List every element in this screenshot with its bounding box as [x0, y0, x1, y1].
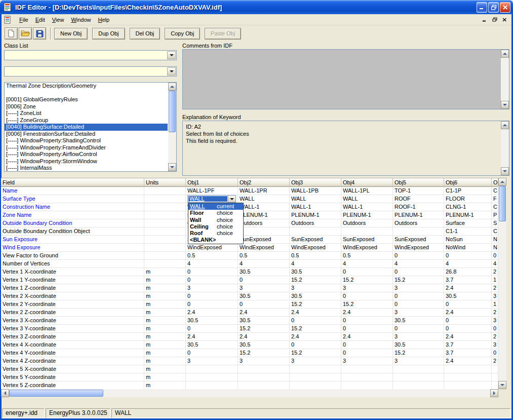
grid-cell[interactable]: N — [492, 244, 498, 252]
mdi-restore-button[interactable] — [490, 16, 499, 24]
grid-cell[interactable]: 3 — [238, 284, 290, 292]
class-list-item[interactable]: [-----] WindowProperty:StormWindow — [5, 158, 168, 165]
grid-cell[interactable]: 1 — [492, 300, 498, 309]
grid-cell[interactable]: 0 — [186, 300, 238, 309]
grid-cell[interactable] — [290, 227, 341, 236]
grid-cell[interactable]: NoWind — [444, 244, 492, 252]
grid-cell[interactable] — [444, 365, 492, 373]
grid-cell[interactable] — [238, 365, 290, 373]
grid-cell[interactable]: 2.4 — [290, 333, 341, 341]
grid-cell[interactable]: PLENUM-1 — [444, 211, 492, 219]
grid-cell[interactable]: 15.2 — [238, 325, 290, 333]
grid-cell[interactable]: 0 — [393, 300, 444, 309]
grid-vertical-scrollbar[interactable] — [498, 178, 506, 389]
grid-cell[interactable] — [290, 381, 341, 389]
class-listbox[interactable]: Thermal Zone Description/Geometry [0001]… — [4, 82, 177, 172]
grid-cell[interactable]: NoSun — [444, 236, 492, 244]
grid-cell[interactable]: 0 — [341, 325, 393, 333]
grid-cell[interactable]: S — [492, 219, 498, 227]
grid-cell[interactable]: 3 — [341, 357, 393, 365]
grid-cell[interactable]: 2 — [492, 284, 498, 292]
grid-cell[interactable] — [393, 381, 444, 389]
grid-cell[interactable]: 3 — [238, 357, 290, 365]
scroll-down-button[interactable] — [168, 163, 176, 171]
scroll-down-button[interactable] — [498, 381, 506, 389]
grid-cell[interactable]: 0 — [186, 349, 238, 357]
grid-cell[interactable]: WindExposed — [186, 244, 238, 252]
grid-cell[interactable]: 30.5 — [186, 317, 238, 325]
grid-cell[interactable]: 0 — [238, 276, 290, 284]
grid-cell[interactable]: 1 — [492, 276, 498, 284]
grid-cell[interactable]: 3 — [290, 284, 341, 292]
grid-cell[interactable]: 0 — [290, 341, 341, 349]
scroll-down-button[interactable] — [501, 167, 509, 175]
grid-cell[interactable]: 0 — [186, 325, 238, 333]
restore-button[interactable] — [488, 2, 499, 13]
grid-cell[interactable]: TOP-1 — [393, 187, 444, 195]
mdi-close-button[interactable] — [500, 16, 509, 24]
grid-cell[interactable]: 15.2 — [290, 276, 341, 284]
grid-cell[interactable]: 2.4 — [444, 333, 492, 341]
grid-cell[interactable]: 2 — [492, 333, 498, 341]
dropdown-item[interactable]: Wallchoice — [188, 217, 243, 223]
grid-column-header[interactable]: Obj3 — [290, 178, 341, 187]
scroll-up-button[interactable] — [168, 83, 176, 91]
grid-cell[interactable]: 3 — [341, 284, 393, 292]
class-filter-combobox-1[interactable] — [4, 50, 177, 60]
grid-cell[interactable]: P — [492, 211, 498, 219]
grid-cell[interactable]: 3.7 — [444, 349, 492, 357]
menu-item-file[interactable]: File — [16, 15, 32, 24]
grid-cell[interactable]: PLENUM-1 — [290, 211, 341, 219]
grid-cell[interactable]: 4 — [238, 260, 290, 268]
grid-cell[interactable] — [238, 373, 290, 381]
grid-column-header[interactable]: Obj2 — [238, 178, 290, 187]
menu-item-help[interactable]: Help — [95, 15, 113, 24]
class-list-item[interactable]: Thermal Zone Description/Geometry — [5, 83, 168, 90]
grid-cell[interactable]: WALL-1PR — [238, 187, 290, 195]
class-list-item[interactable] — [5, 90, 168, 97]
grid-cell[interactable] — [393, 227, 444, 236]
grid-cell[interactable]: 2.4 — [341, 333, 393, 341]
grid-cell[interactable]: 0 — [186, 292, 238, 300]
grid-cell[interactable]: 3 — [492, 341, 498, 349]
grid-cell[interactable]: 3 — [492, 292, 498, 300]
grid-cell[interactable]: 0.5 — [186, 252, 238, 260]
grid-cell[interactable]: 0 — [393, 325, 444, 333]
grid-cell[interactable]: WALL-1 — [290, 203, 341, 211]
grid-cell[interactable]: 3.7 — [444, 276, 492, 284]
grid-cell[interactable]: WALL — [341, 195, 393, 203]
grid-cell[interactable] — [492, 365, 498, 373]
grid-cell[interactable]: 15.2 — [290, 349, 341, 357]
grid-cell[interactable]: 2 — [492, 309, 498, 317]
grid-cell[interactable]: 0 — [341, 349, 393, 357]
grid-column-header[interactable]: Obj6 — [444, 178, 492, 187]
grid-cell[interactable]: 30.5 — [393, 317, 444, 325]
grid-cell[interactable]: 0 — [341, 317, 393, 325]
grid-cell[interactable]: 0.5 — [290, 252, 341, 260]
scroll-right-button[interactable] — [490, 389, 498, 397]
grid-cell[interactable]: 4 — [492, 260, 498, 268]
grid-cell[interactable]: 4 — [341, 260, 393, 268]
grid-cell[interactable]: 3 — [393, 333, 444, 341]
grid-cell[interactable] — [341, 373, 393, 381]
del-obj-button[interactable]: Del Obj — [130, 28, 161, 40]
grid-cell[interactable] — [341, 381, 393, 389]
dropdown-item[interactable]: Floorchoice — [188, 210, 243, 216]
grid-cell[interactable]: 2 — [492, 357, 498, 365]
grid-cell[interactable]: 3 — [186, 284, 238, 292]
grid-cell[interactable]: Outdoors — [238, 219, 290, 227]
grid-column-header[interactable]: Field — [1, 178, 144, 187]
grid-cell[interactable]: 2.4 — [186, 309, 238, 317]
grid-cell[interactable]: 30.5 — [238, 341, 290, 349]
grid-cell[interactable] — [238, 227, 290, 236]
close-button[interactable] — [500, 2, 510, 13]
dup-obj-button[interactable]: Dup Obj — [92, 28, 125, 40]
grid-cell[interactable]: 2 — [492, 268, 498, 276]
grid-cell[interactable] — [186, 365, 238, 373]
grid-cell[interactable]: C — [492, 187, 498, 195]
grid-cell[interactable]: WALL-1 — [238, 203, 290, 211]
scrollbar-thumb[interactable] — [169, 91, 176, 132]
grid-cell[interactable]: 2.4 — [444, 284, 492, 292]
grid-cell[interactable]: 15.2 — [341, 300, 393, 309]
grid-cell[interactable]: 0 — [393, 252, 444, 260]
